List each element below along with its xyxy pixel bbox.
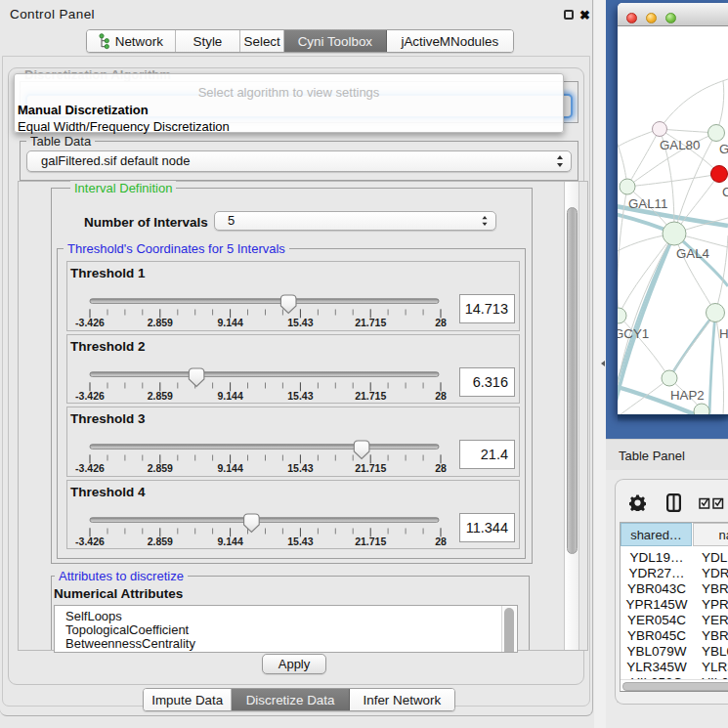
svg-text:9.144: 9.144 — [217, 390, 242, 402]
svg-text:-3.426: -3.426 — [75, 535, 105, 547]
svg-text:GCY1: GCY1 — [618, 326, 649, 341]
svg-text:GAL4: GAL4 — [676, 246, 709, 261]
svg-text:H: H — [719, 326, 728, 341]
svg-text:2.859: 2.859 — [148, 390, 173, 402]
svg-text:GAL80: GAL80 — [660, 138, 700, 152]
svg-text:28: 28 — [435, 317, 447, 328]
svg-text:HAP2: HAP2 — [670, 388, 705, 403]
svg-text:9.144: 9.144 — [217, 535, 242, 547]
svg-text:21.715: 21.715 — [355, 390, 386, 402]
svg-text:28: 28 — [435, 462, 447, 474]
svg-text:15.43: 15.43 — [287, 462, 313, 474]
svg-text:21.715: 21.715 — [355, 535, 386, 547]
svg-text:GAL11: GAL11 — [628, 196, 667, 211]
svg-text:15.43: 15.43 — [287, 535, 313, 547]
svg-text:C: C — [722, 185, 728, 199]
svg-text:-3.426: -3.426 — [75, 317, 105, 328]
svg-text:G.: G. — [719, 142, 728, 156]
svg-text:28: 28 — [435, 535, 447, 547]
svg-text:9.144: 9.144 — [217, 317, 242, 328]
svg-text:2.859: 2.859 — [148, 462, 173, 474]
svg-text:9.144: 9.144 — [217, 462, 242, 474]
svg-text:-3.426: -3.426 — [75, 462, 105, 474]
svg-text:2.859: 2.859 — [148, 317, 173, 328]
svg-text:28: 28 — [435, 390, 447, 402]
svg-text:2.859: 2.859 — [148, 535, 173, 547]
svg-text:15.43: 15.43 — [287, 317, 313, 328]
svg-text:-3.426: -3.426 — [75, 390, 105, 402]
svg-text:21.715: 21.715 — [355, 462, 386, 474]
svg-text:15.43: 15.43 — [287, 390, 313, 402]
svg-text:21.715: 21.715 — [355, 317, 386, 328]
